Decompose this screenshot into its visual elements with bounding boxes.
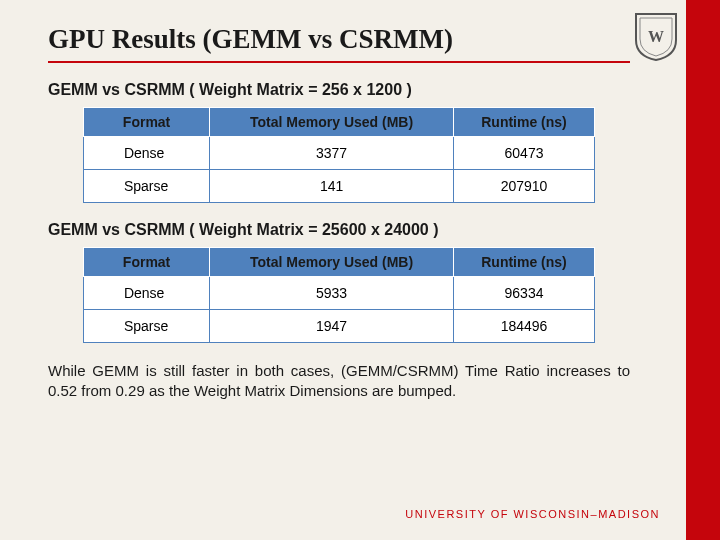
col-format: Format — [83, 248, 209, 277]
accent-bar — [686, 0, 720, 540]
title-underline — [48, 61, 630, 63]
cell-format: Dense — [83, 277, 209, 310]
cell-memory: 1947 — [210, 310, 454, 343]
page-title: GPU Results (GEMM vs CSRMM) — [48, 24, 630, 55]
cell-runtime: 60473 — [453, 137, 594, 170]
cell-memory: 141 — [210, 170, 454, 203]
cell-format: Sparse — [83, 170, 209, 203]
table-header-row: Format Total Memory Used (MB) Runtime (n… — [83, 248, 594, 277]
university-crest-icon: W — [634, 12, 678, 62]
svg-text:W: W — [648, 28, 664, 45]
table-row: Sparse 141 207910 — [83, 170, 594, 203]
cell-memory: 5933 — [210, 277, 454, 310]
results-table-2: Format Total Memory Used (MB) Runtime (n… — [83, 247, 595, 343]
results-table-1: Format Total Memory Used (MB) Runtime (n… — [83, 107, 595, 203]
table-row: Dense 5933 96334 — [83, 277, 594, 310]
table-row: Sparse 1947 184496 — [83, 310, 594, 343]
summary-note: While GEMM is still faster in both cases… — [48, 361, 630, 402]
table-header-row: Format Total Memory Used (MB) Runtime (n… — [83, 108, 594, 137]
col-memory: Total Memory Used (MB) — [210, 248, 454, 277]
section-subtitle: GEMM vs CSRMM ( Weight Matrix = 256 x 12… — [48, 81, 630, 99]
col-runtime: Runtime (ns) — [453, 108, 594, 137]
table-row: Dense 3377 60473 — [83, 137, 594, 170]
cell-runtime: 207910 — [453, 170, 594, 203]
cell-runtime: 96334 — [453, 277, 594, 310]
cell-format: Sparse — [83, 310, 209, 343]
footer-university: UNIVERSITY OF WISCONSIN–MADISON — [405, 508, 660, 520]
cell-memory: 3377 — [210, 137, 454, 170]
col-memory: Total Memory Used (MB) — [210, 108, 454, 137]
cell-runtime: 184496 — [453, 310, 594, 343]
col-format: Format — [83, 108, 209, 137]
section-subtitle: GEMM vs CSRMM ( Weight Matrix = 25600 x … — [48, 221, 630, 239]
cell-format: Dense — [83, 137, 209, 170]
col-runtime: Runtime (ns) — [453, 248, 594, 277]
